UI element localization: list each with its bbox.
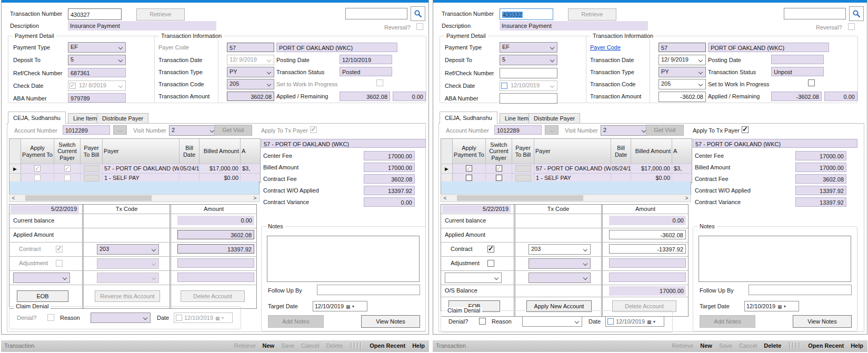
contract-amount-value[interactable]: -13397.92: [609, 244, 686, 254]
status-help[interactable]: Help: [412, 342, 425, 349]
denial-date-checkbox[interactable]: [607, 318, 614, 325]
switch-payer-checkbox[interactable]: [496, 175, 502, 181]
extra-amount-value[interactable]: [609, 273, 686, 282]
apply-payment-checkbox[interactable]: [466, 165, 472, 172]
scroll-right-icon[interactable]: >: [251, 195, 259, 201]
apply-payment-checkbox[interactable]: [34, 175, 41, 181]
transaction-date-picker[interactable]: 12/ 9/2019: [227, 55, 274, 65]
adjustment-checkbox[interactable]: [56, 260, 63, 267]
status-new[interactable]: New: [700, 342, 712, 349]
transaction-code-combo[interactable]: 205: [659, 79, 706, 89]
payer-code-link[interactable]: Payer Code: [590, 44, 621, 51]
transaction-number-input[interactable]: 430332: [500, 8, 553, 20]
status-save[interactable]: Save: [281, 342, 294, 349]
apply-payment-checkbox[interactable]: [466, 175, 472, 181]
status-open-recent[interactable]: Open Recent: [370, 342, 405, 349]
add-notes-button[interactable]: Add Notes: [268, 315, 324, 328]
applied-amount-value[interactable]: -3602.08: [609, 230, 686, 239]
tab-distribute-payer[interactable]: Distribute Payer: [528, 113, 580, 124]
contract-amount-value[interactable]: 13397.92: [177, 244, 254, 254]
status-save[interactable]: Save: [719, 342, 732, 349]
payer-code-field[interactable]: 57: [659, 43, 706, 52]
tab-patient[interactable]: CEJA, Sudhanshu: [440, 112, 497, 124]
account-number-field[interactable]: 1012289: [494, 125, 542, 135]
target-date-picker[interactable]: 12/10/2019▦▼: [744, 301, 799, 311]
extra-type-combo[interactable]: [13, 273, 70, 283]
status-cancel[interactable]: Cancel: [301, 342, 319, 349]
deposit-to-combo[interactable]: 5: [500, 55, 557, 65]
visit-number-combo[interactable]: 2: [601, 125, 649, 136]
check-date-picker[interactable]: 12/10/2019: [500, 80, 557, 91]
search-button[interactable]: [411, 6, 425, 21]
status-retrieve[interactable]: Retrieve: [672, 342, 693, 349]
aba-field[interactable]: 979789: [68, 93, 126, 103]
scroll-left-icon[interactable]: <: [9, 195, 17, 201]
notes-textarea[interactable]: [699, 236, 851, 282]
grid-hscrollbar[interactable]: < >: [9, 194, 260, 202]
transaction-amount-field[interactable]: -3602.08: [659, 92, 706, 102]
transaction-number-input[interactable]: 430327: [68, 8, 122, 20]
scroll-right-icon[interactable]: >: [683, 195, 691, 201]
retrieve-button[interactable]: Retrieve: [568, 8, 616, 21]
retrieve-button[interactable]: Retrieve: [136, 8, 185, 21]
status-delete[interactable]: Delete: [326, 342, 343, 349]
wip-checkbox[interactable]: [376, 79, 383, 86]
reason-combo[interactable]: [522, 316, 582, 327]
apply-to-tx-checkbox[interactable]: [742, 126, 749, 133]
account-lookup-button[interactable]: ...: [113, 125, 127, 135]
tab-distribute-payer[interactable]: Distribute Payer: [97, 113, 148, 124]
reversal-checkbox[interactable]: [848, 23, 855, 30]
scrollbar-thumb[interactable]: [25, 195, 152, 201]
get-visit-button[interactable]: Get Visit: [214, 125, 252, 136]
extra-amount-value[interactable]: [177, 273, 254, 282]
adjustment-amount-value[interactable]: [609, 258, 686, 268]
adjustment-checkbox[interactable]: [487, 260, 494, 267]
contract-code-combo[interactable]: 203: [97, 244, 159, 255]
status-open-recent[interactable]: Open Recent: [808, 342, 844, 349]
view-notes-button[interactable]: View Notes: [361, 315, 420, 328]
denial-checkbox[interactable]: [479, 318, 486, 325]
aba-field[interactable]: [500, 93, 557, 104]
status-cancel[interactable]: Cancel: [739, 342, 757, 349]
apply-payment-checkbox[interactable]: [34, 165, 41, 172]
denial-date-picker[interactable]: 12/10/2019▦▼: [174, 312, 233, 323]
switch-payer-checkbox[interactable]: [496, 165, 502, 172]
get-visit-button[interactable]: Get Visit: [646, 125, 684, 136]
check-date-checkbox[interactable]: [501, 83, 507, 89]
grid-hscrollbar[interactable]: < >: [441, 194, 691, 202]
switch-payer-checkbox[interactable]: [64, 175, 71, 181]
reversal-checkbox[interactable]: [416, 23, 423, 30]
check-date-checkbox[interactable]: [69, 83, 76, 89]
scroll-left-icon[interactable]: <: [441, 195, 449, 201]
payment-type-combo[interactable]: EF: [68, 42, 126, 53]
extra-code-combo[interactable]: [97, 273, 159, 283]
payer-row-1[interactable]: ▶ 57 - PORT OF OAKLAND (WK 05/24/19 $17,…: [9, 164, 260, 173]
status-delete[interactable]: Delete: [764, 342, 781, 349]
notes-textarea[interactable]: [267, 236, 420, 282]
transaction-code-combo[interactable]: 205: [227, 79, 274, 89]
account-number-field[interactable]: 1012289: [63, 125, 110, 135]
transaction-type-combo[interactable]: PY: [227, 67, 274, 77]
status-retrieve[interactable]: Retrieve: [234, 342, 256, 349]
search-button[interactable]: [849, 6, 864, 21]
description-field[interactable]: Insurance Payment: [68, 21, 216, 31]
search-input[interactable]: [784, 8, 846, 19]
transaction-amount-field[interactable]: 3602.08: [227, 92, 274, 101]
adjustment-code-combo[interactable]: [97, 258, 159, 269]
adjustment-code-combo[interactable]: [528, 258, 591, 269]
extra-code-combo[interactable]: [528, 273, 591, 283]
payment-type-combo[interactable]: EF: [500, 42, 557, 53]
reason-combo[interactable]: [91, 312, 151, 323]
follow-up-input[interactable]: [317, 285, 420, 295]
description-field[interactable]: Insurance Payment: [500, 21, 648, 31]
status-new[interactable]: New: [263, 342, 275, 349]
reverse-account-button[interactable]: Reverse this Account: [95, 290, 160, 302]
visit-number-combo[interactable]: 2: [169, 125, 217, 136]
denial-date-checkbox[interactable]: [176, 315, 182, 321]
scrollbar-thumb[interactable]: [457, 195, 583, 201]
contract-checkbox[interactable]: [487, 246, 494, 253]
switch-payer-checkbox[interactable]: [64, 165, 71, 172]
extra-type-combo[interactable]: [445, 273, 502, 283]
contract-checkbox[interactable]: [56, 246, 63, 253]
add-notes-button[interactable]: Add Notes: [700, 315, 755, 328]
